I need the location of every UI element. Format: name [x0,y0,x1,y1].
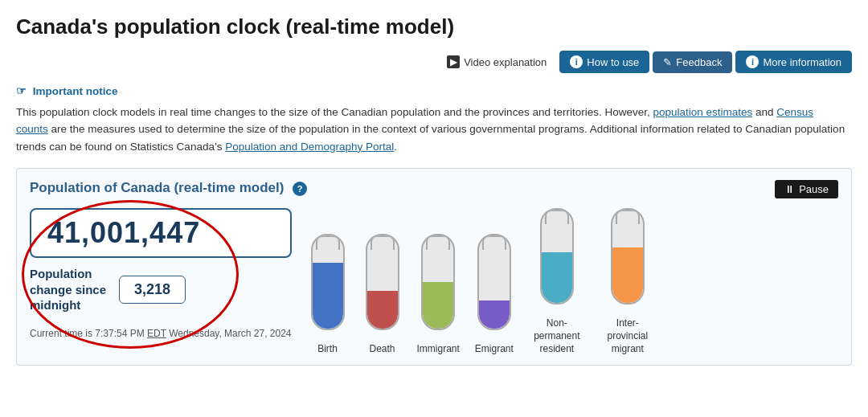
tube-nonproo-outer [540,208,574,305]
tube-emigrant-fill [479,300,510,329]
hand-icon: ☞ [16,85,27,97]
pop-box-title: Population of Canada (real-time model) ? [30,180,307,196]
tube-death-outer [366,234,399,330]
tube-emigrant-label: Emigrant [475,343,514,356]
population-number: 41,001,447 [47,216,274,250]
tubes-container: Birth Death Immi [308,208,656,355]
tube-birth-outer [311,234,345,330]
tube-death-label: Death [370,343,395,356]
video-explanation-button[interactable]: ▶ Video explanation [437,51,556,72]
population-change-row: Populationchange sincemidnight 3,218 [30,266,292,313]
tube-immigrant-visual [418,234,458,338]
how-to-use-button[interactable]: i How to use [559,51,649,73]
help-icon[interactable]: ? [293,182,307,196]
tube-birth-visual [308,234,348,338]
tube-birth-fill [313,263,343,328]
current-time: Current time is 7:37:54 PM EDT Wednesday… [30,328,292,339]
pause-button[interactable]: ⏸ Pause [775,180,838,198]
info-icon: i [570,55,583,68]
tube-inter-label: Inter-provincial migrant [600,317,656,355]
population-box: Population of Canada (real-time model) ?… [16,168,852,366]
population-estimates-link[interactable]: population estimates [653,106,752,118]
feedback-icon: ✎ [663,56,672,68]
pop-left: 41,001,447 Populationchange sincemidnigh… [30,208,292,339]
tube-immigrant-outer [421,234,455,330]
more-info-icon: i [746,55,759,68]
tube-nonpro-label: Non-permanent resident [529,317,585,355]
population-change-label: Populationchange sincemidnight [30,266,106,313]
top-nav: ▶ Video explanation i How to use ✎ Feedb… [16,51,852,73]
feedback-button[interactable]: ✎ Feedback [653,51,732,73]
tube-inter-visual [608,208,648,313]
tube-nonpro: Non-permanent resident [529,208,585,355]
video-icon: ▶ [447,55,460,68]
tube-nonpro-visual [537,208,577,313]
population-change-value: 3,218 [119,276,186,304]
tube-emigrant: Emigrant [474,234,514,356]
tube-emigrant-outer [477,234,511,330]
tube-birth: Birth [308,234,348,356]
tube-birth-label: Birth [317,343,338,356]
important-notice: ☞ Important notice This population clock… [16,83,852,155]
tube-nonpro-fill [542,252,572,304]
tube-inter: Inter-provincial migrant [600,208,656,355]
portal-link[interactable]: Population and Demography Portal [225,141,394,153]
tube-death-fill [367,291,398,328]
tube-inter-outer [611,208,645,305]
notice-text: This population clock models in real tim… [16,104,852,156]
pop-content: 41,001,447 Populationchange sincemidnigh… [30,208,838,355]
pop-box-header: Population of Canada (real-time model) ?… [30,180,838,198]
pause-icon: ⏸ [784,183,795,195]
tube-inter-fill [612,247,643,304]
page-title: Canada's population clock (real-time mod… [16,14,852,39]
tube-immigrant-fill [423,282,453,329]
tube-immigrant-label: Immigrant [417,343,460,356]
more-information-button[interactable]: i More information [735,51,852,73]
tube-death: Death [362,234,403,356]
notice-title: ☞ Important notice [16,83,852,100]
tube-immigrant: Immigrant [417,234,460,356]
tube-death-visual [362,234,403,338]
population-number-box: 41,001,447 [30,208,292,258]
timezone-label: EDT [147,328,166,339]
tube-emigrant-visual [474,234,514,338]
